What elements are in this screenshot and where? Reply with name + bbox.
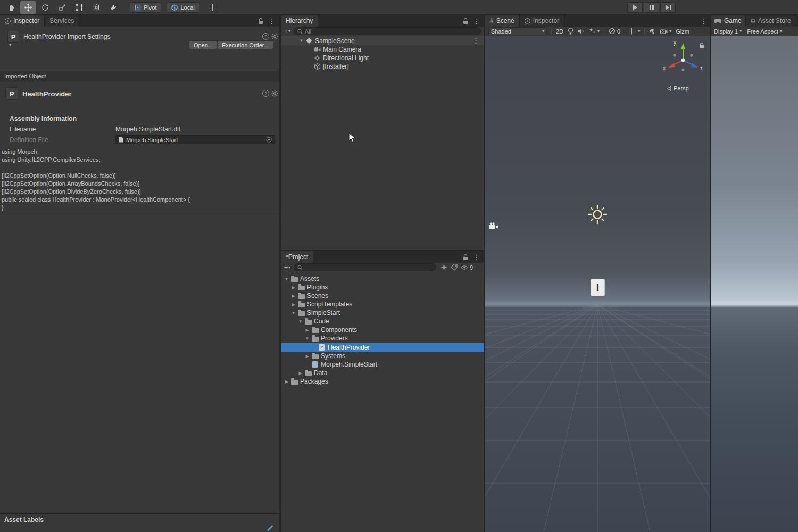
game-viewport[interactable]: [711, 36, 798, 532]
gear-icon[interactable]: [271, 90, 278, 97]
expand-arrow-icon[interactable]: ▼: [290, 311, 297, 315]
project-item-packages[interactable]: ▶ Packages: [281, 377, 484, 386]
scene-viewport[interactable]: I y x z: [485, 36, 710, 532]
project-item-simplestart[interactable]: ▼ SimpleStart: [281, 309, 484, 317]
scene-effects-icon[interactable]: ▾: [589, 28, 600, 35]
play-button[interactable]: [627, 2, 643, 13]
gizmos-dropdown[interactable]: Gizm: [676, 28, 689, 35]
search-by-label-icon[interactable]: [451, 264, 458, 271]
gear-icon[interactable]: [271, 33, 278, 40]
camera-gizmo[interactable]: [489, 222, 501, 230]
create-button[interactable]: + ▾: [284, 28, 290, 35]
step-button[interactable]: [660, 2, 676, 13]
shading-mode-dropdown[interactable]: Shaded ▾: [488, 27, 547, 35]
gizmo-lock-icon[interactable]: [699, 43, 704, 49]
collapse-arrow-icon[interactable]: ▶: [304, 328, 311, 332]
project-item-assets[interactable]: ▼ Assets: [281, 275, 484, 283]
expand-arrow-icon[interactable]: ▼: [304, 336, 311, 341]
move-tool-button[interactable]: [20, 1, 36, 14]
projection-mode-button[interactable]: Persp: [667, 85, 689, 92]
scene-visibility-toggle[interactable]: 0: [609, 28, 620, 35]
panel-menu-icon[interactable]: ⋮: [268, 18, 275, 24]
lock-icon[interactable]: [258, 18, 263, 24]
axis-x-label[interactable]: x: [663, 65, 666, 71]
search-by-type-icon[interactable]: [440, 264, 447, 271]
project-item-scripttemplates[interactable]: ▶ ScriptTemplates: [281, 300, 484, 309]
hierarchy-item-samplescene[interactable]: ▼ SampleScene ⋮: [281, 36, 484, 45]
tab-inspector[interactable]: i Inspector: [0, 15, 45, 27]
axis-z-label[interactable]: z: [700, 65, 703, 71]
scene-camera-settings-icon[interactable]: ▾: [660, 29, 671, 34]
scene-tools-icon[interactable]: [649, 28, 656, 35]
rotate-tool-button[interactable]: [37, 1, 53, 14]
expand-arrow-icon[interactable]: ▼: [298, 38, 305, 43]
display-dropdown[interactable]: Display 1 ▾: [714, 28, 742, 35]
lock-icon[interactable]: [463, 18, 468, 24]
hand-tool-button[interactable]: [3, 1, 19, 14]
project-item-plugins[interactable]: ▶ Plugins: [281, 283, 484, 292]
collapse-arrow-icon[interactable]: ▶: [297, 371, 304, 376]
icon-dropdown-caret[interactable]: ▾: [9, 43, 11, 47]
expand-arrow-icon[interactable]: ▼: [283, 277, 290, 281]
hierarchy-item-installer[interactable]: [Installer]: [281, 62, 484, 71]
hierarchy-item-main-camera[interactable]: Main Camera: [281, 45, 484, 54]
project-item-healthprovider[interactable]: P HealthProvider: [281, 343, 484, 352]
pause-button[interactable]: [644, 2, 659, 13]
panel-menu-icon[interactable]: ⋮: [700, 18, 707, 24]
collapse-arrow-icon[interactable]: ▶: [304, 354, 311, 359]
collapse-arrow-icon[interactable]: ▶: [290, 285, 297, 290]
tab-project[interactable]: Project: [281, 251, 313, 263]
inspector-panel: i Inspector Services ⋮ P ▾ HealthProvide…: [0, 15, 279, 532]
aspect-ratio-dropdown[interactable]: Free Aspect ▾: [747, 28, 782, 35]
tab-services[interactable]: Services: [45, 15, 79, 27]
edit-labels-icon[interactable]: [266, 525, 274, 532]
project-item-data[interactable]: ▶ Data: [281, 369, 484, 377]
lock-icon[interactable]: [463, 254, 468, 261]
help-icon[interactable]: ?: [262, 33, 269, 40]
project-item-systems[interactable]: ▶ Systems: [281, 352, 484, 360]
tab-hierarchy[interactable]: Hierarchy: [281, 15, 318, 27]
project-search-input[interactable]: [294, 263, 436, 271]
tab-scene[interactable]: # Scene: [485, 15, 520, 27]
scene-audio-icon[interactable]: [578, 28, 585, 35]
pivot-toggle-button[interactable]: Pivot: [130, 2, 161, 13]
help-icon[interactable]: ?: [262, 90, 269, 97]
hierarchy-item-directional-light[interactable]: Directional Light: [281, 54, 484, 62]
installer-script-gizmo[interactable]: I: [591, 279, 605, 296]
scene-options-icon[interactable]: ⋮: [472, 37, 479, 44]
tab-game[interactable]: Game: [711, 15, 746, 27]
project-item-morpeh-simplestart[interactable]: Morpeh.SimpleStart: [281, 360, 484, 369]
collapse-arrow-icon[interactable]: ▶: [290, 294, 297, 298]
panel-menu-icon[interactable]: ⋮: [473, 18, 480, 24]
custom-tool-button[interactable]: [105, 1, 121, 14]
rect-tool-button[interactable]: [71, 1, 87, 14]
scale-tool-button[interactable]: [54, 1, 70, 14]
create-button[interactable]: + ▾: [284, 264, 290, 271]
scene-lighting-icon[interactable]: [568, 28, 573, 35]
scene-grid-visibility-icon[interactable]: ▾: [629, 28, 640, 35]
hidden-assets-toggle[interactable]: 9: [461, 264, 473, 271]
local-toggle-button[interactable]: Local: [167, 2, 199, 13]
panel-menu-icon[interactable]: ⋮: [473, 254, 480, 261]
hierarchy-search-input[interactable]: All: [294, 27, 481, 35]
tab-asset-store[interactable]: Asset Store: [746, 15, 795, 27]
project-panel: Project ⋮ + ▾ 9 ▼: [281, 251, 484, 532]
directional-light-gizmo[interactable]: [586, 203, 609, 226]
project-item-providers[interactable]: ▼ Providers: [281, 334, 484, 343]
project-item-code[interactable]: ▼ Code: [281, 317, 484, 326]
tab-inspector-secondary[interactable]: i Inspector: [520, 15, 564, 27]
axis-y-label[interactable]: y: [674, 40, 676, 46]
open-button[interactable]: Open...: [189, 40, 218, 49]
definition-file-object-field[interactable]: Morpeh.SimpleStart: [115, 135, 275, 144]
expand-arrow-icon[interactable]: ▼: [297, 319, 304, 324]
toggle-2d-button[interactable]: 2D: [556, 28, 563, 35]
collapse-arrow-icon[interactable]: ▶: [283, 379, 290, 384]
grid-snap-button[interactable]: [206, 1, 222, 14]
execution-order-button[interactable]: Execution Order...: [217, 40, 273, 49]
project-item-components[interactable]: ▶ Components: [281, 326, 484, 334]
info-icon: i: [525, 18, 530, 24]
project-item-scenes[interactable]: ▶ Scenes: [281, 292, 484, 300]
collapse-arrow-icon[interactable]: ▶: [290, 302, 297, 307]
object-picker-icon[interactable]: [266, 137, 272, 143]
transform-tool-button[interactable]: [88, 1, 104, 14]
